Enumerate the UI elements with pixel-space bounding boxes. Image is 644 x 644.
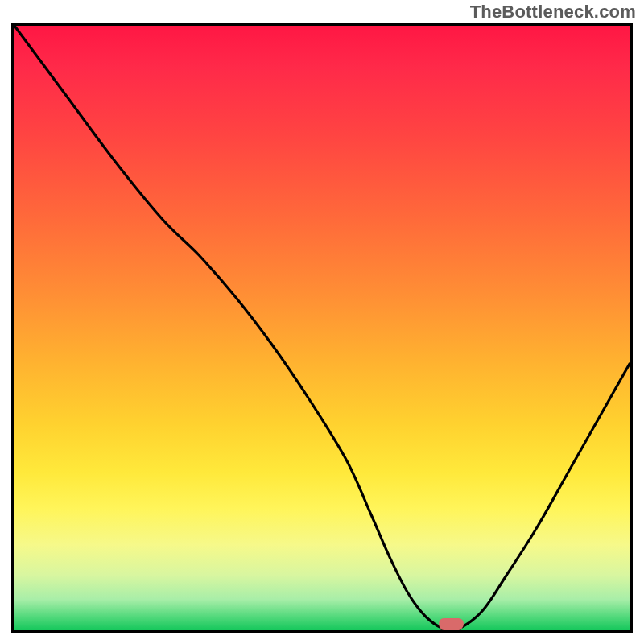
curve-line: [14, 26, 630, 630]
chart-container: TheBottleneck.com: [0, 0, 644, 644]
attribution-label: TheBottleneck.com: [470, 2, 636, 23]
optimal-marker: [439, 618, 464, 630]
plot-area: [11, 23, 633, 633]
bottleneck-curve: [14, 26, 630, 630]
